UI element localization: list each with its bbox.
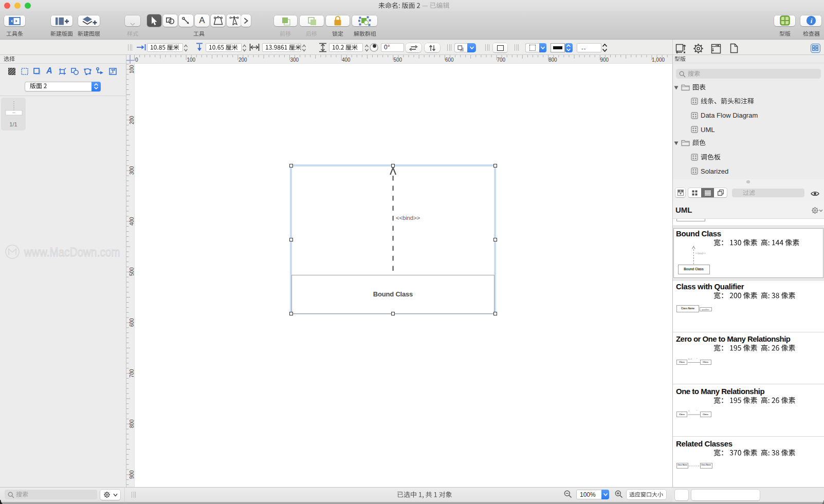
svg-text:i: i — [810, 17, 812, 25]
